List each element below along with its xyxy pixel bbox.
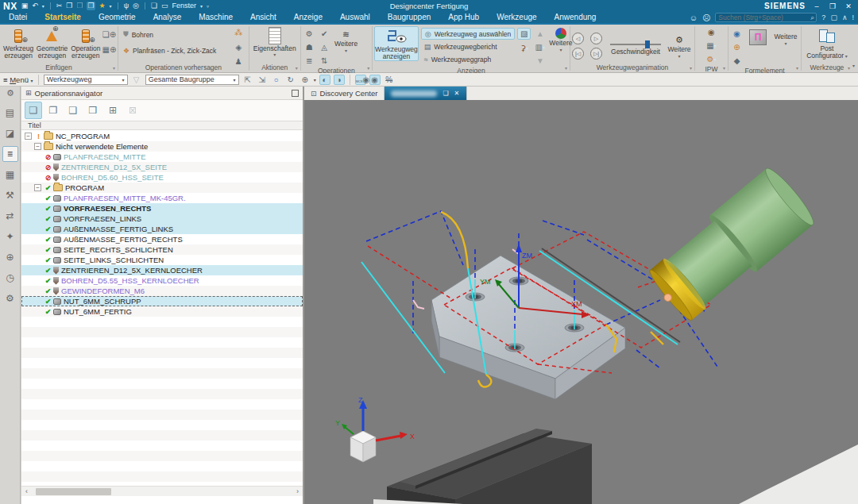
scroll-right-icon[interactable]: › [292,487,303,495]
speed-slider-thumb[interactable] [645,40,650,48]
search-input[interactable] [716,13,810,21]
menu-item-baugruppen[interactable]: Baugruppen [379,12,440,23]
tree-row[interactable]: ✔SEITE_LINKS_SCHLICHTEN [21,255,303,265]
undo-icon[interactable]: ↶ [32,2,38,10]
menu-item-werkzeuge[interactable]: Werkzeuge [488,12,545,23]
show-eye-icon[interactable]: ◉ [369,75,381,85]
tree-row[interactable]: ✔VORFRAESEN_LINKS [21,214,303,224]
tree-row[interactable]: ✔AUßENMASSE_FERTIG_RECHTS [21,234,303,244]
verify-toolpath-icon[interactable]: ✔ [318,28,331,40]
generate-toolpath-icon[interactable]: ⚙ [303,28,316,40]
werkzeuge-dialog-launcher-icon[interactable]: ▾ [848,65,850,71]
feature-groups-icon[interactable]: ◆ [730,55,744,67]
snap-point-caret-icon[interactable]: ▾ [314,77,316,83]
web-browser-icon[interactable]: ⊕ [2,249,18,265]
create-geometry-button[interactable]: ⊕ Geometrie erzeugen [35,26,68,60]
gouge-check-icon[interactable]: ◬ [318,41,331,53]
selection-scope-combo[interactable]: Werkzeugweg▾ [44,75,128,85]
shaded-edges-view-icon[interactable]: ◑ [334,75,345,85]
assembly-scope-combo[interactable]: Gesamte Baugruppe▾ [145,75,239,85]
save-icon[interactable]: ▣ [21,2,29,10]
fenster-menu[interactable]: Fenster [172,2,197,10]
copy-component-icon[interactable]: ❏⊕ [102,29,116,40]
select-toolpath-button[interactable]: ◎ Werkzeugweg auswählen [421,28,516,40]
play-back-icon[interactable]: ◁ [572,33,584,44]
expander-icon[interactable]: − [34,184,41,191]
snap-plane-icon[interactable]: ⇱ [242,75,253,84]
menu-item-auswahl[interactable]: Auswahl [331,12,379,23]
move-down-icon[interactable]: ▼ [533,55,547,67]
fenster-window-icon[interactable]: ▭ [161,2,168,10]
expander-icon[interactable]: − [34,143,41,150]
eigenschaften-button[interactable]: Eigenschaften ▾ [251,26,299,58]
paste-icon[interactable]: ❐ [76,2,83,10]
roles-icon[interactable]: ⚙ [2,290,18,306]
tool-library-icon[interactable]: ⚒ [2,187,18,203]
einfuegen-dialog-launcher-icon[interactable]: ▾ [113,65,115,71]
operationen-weitere-button[interactable]: ≋ Weitere ▾ [333,28,360,53]
tree-row[interactable]: ⊘BOHREN_D5.60_HSS_SEITE [21,172,303,183]
toolpath-graph-button[interactable]: ≈ Werkzeugweggraph [421,53,516,65]
formelement-weitere-button[interactable]: Weitere ▾ [772,28,799,46]
tab-active-document[interactable]: ❏ ✕ [385,87,467,100]
scroll-left-icon[interactable]: ‹ [21,487,32,495]
tab-discovery-center[interactable]: ⊡ Discovery Center [304,87,385,100]
teach-features-icon[interactable]: ⊕ [730,41,744,53]
layer-settings-icon[interactable]: ▥▾ [533,41,547,53]
shaded-view-icon[interactable]: ◐ [319,75,330,85]
anzeigen-dialog-launcher-icon[interactable]: ▾ [565,65,567,71]
synchronize-icon[interactable]: ⇅ [318,55,331,67]
create-toolpath-icon[interactable]: ⊞ [104,102,122,119]
constraint-navigator-icon[interactable]: ◪ [2,125,18,141]
operationen-dialog-launcher-icon[interactable]: ▾ [367,65,369,71]
menu-item-datei[interactable]: Datei [0,12,36,23]
skip-start-icon[interactable]: |◁ [572,48,584,60]
tree-row[interactable]: ✔PLANFRAESEN_MITTE_MK-45GR. [21,193,303,203]
training-icon[interactable]: ⁂ [232,27,245,39]
snap-circle-icon[interactable]: ○ [271,75,282,84]
ipw-create-icon[interactable]: ▦▾ [705,40,718,52]
tree-row[interactable]: ✔VORFRAESEN_RECHTS [21,203,303,214]
program-order-view-icon[interactable]: ❏ [25,102,42,119]
pattern-icon[interactable]: ▦⊕ [102,44,116,56]
snap-move-icon[interactable]: ⇲ [257,75,268,84]
tree-row[interactable]: ✔GEWINDEFORMEN_M6 [21,286,303,296]
tree-row[interactable]: −✔PROGRAM [21,183,303,193]
tree-row[interactable]: ✔BOHREN_D5.55_HSS_KERNLOECHER [21,275,303,286]
main-menu-button[interactable]: ≡ MMenüenü ▾ [3,75,33,84]
percent-display-icon[interactable]: % [384,75,395,84]
fullscreen-icon[interactable]: ▢ [830,13,837,21]
selection-filter-icon[interactable]: ▽ [131,75,142,84]
tree-row[interactable]: ⊘ZENTRIEREN_D12_5X_SEITE [21,162,303,172]
snap-point-icon[interactable]: ⊕ [300,75,311,84]
create-operation-button[interactable]: ⊕ Operation erzeugen [69,26,102,60]
2d-dynamic-icon[interactable]: ▨ [517,28,531,40]
menu-item-app-hub[interactable]: App Hub [439,12,488,23]
tree-row[interactable]: ✔ZENTRIEREN_D12_5X_KERNLOECHER [21,265,303,275]
user-feedback-icon[interactable]: ♟ [232,56,245,67]
search-icon[interactable]: ⌕ [810,13,816,22]
favorites-caret-icon[interactable]: ▾ [110,3,112,9]
formelement-dialog-launcher-icon[interactable]: ▾ [796,65,798,71]
favorites-star-icon[interactable]: ★ [99,2,106,10]
fenster-caret-icon[interactable]: ▾ [200,3,203,9]
animation-weitere-button[interactable]: ⚙ Weitere ▾ [666,33,693,59]
post-configurator-button[interactable]: Post Configurator ▾ [803,26,851,60]
menu-item-analyse[interactable]: Analyse [145,12,191,23]
animation-dialog-launcher-icon[interactable]: ▾ [690,65,692,71]
tree-row[interactable]: ✔NUT_6MM_SCHRUPP [21,296,303,306]
machine-tool-view-icon[interactable]: ❐ [44,102,62,119]
feedback-happy-icon[interactable]: ☺ [690,13,698,22]
ipw-settings-icon[interactable]: ⚙▾ [705,53,718,65]
move-up-icon[interactable]: ▲ [533,28,547,40]
tree-row[interactable]: −Nicht verwendete Elemente [21,141,303,152]
resource-gear-icon[interactable]: ⚙ [0,87,21,100]
menu-item-ansicht[interactable]: Ansicht [242,12,285,23]
simulate-icon[interactable]: ☗ [303,41,316,53]
command-search[interactable]: ⌕ [715,13,817,22]
toolpath-report-button[interactable]: ▤ Werkzeugwegbericht [421,40,516,52]
aktionen-dialog-launcher-icon[interactable]: ▾ [296,65,298,71]
machine-tool-navigator-icon[interactable]: ▦ [2,167,18,183]
alert-icon[interactable]: ! [852,13,854,21]
minimize-button[interactable]: – [812,2,821,10]
